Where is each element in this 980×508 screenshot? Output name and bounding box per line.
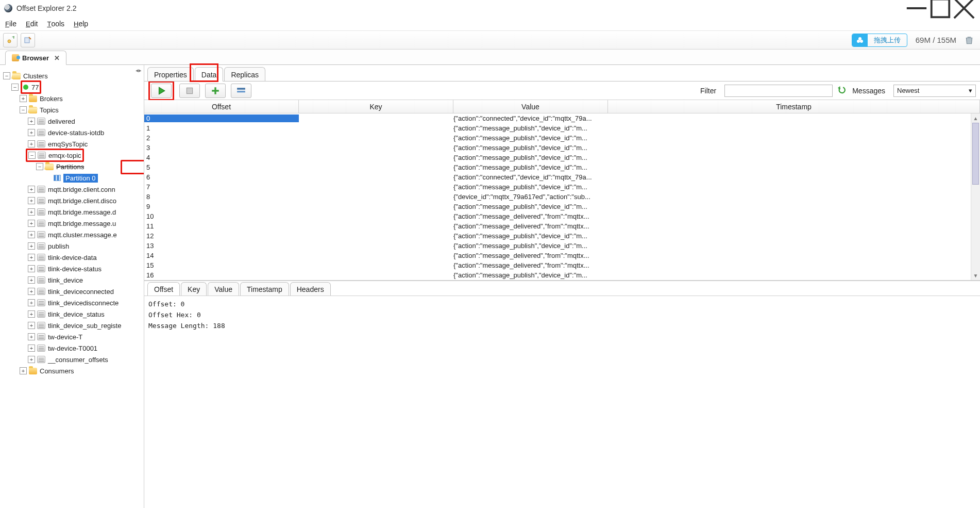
add-cluster-button[interactable]: +: [3, 33, 18, 47]
dtab-key[interactable]: Key: [181, 282, 207, 296]
tree-topic[interactable]: +mqtt.bridge.message.d: [28, 206, 143, 218]
col-offset[interactable]: Offset: [144, 100, 299, 113]
partition-icon: [54, 175, 61, 181]
tree-topic[interactable]: +emqSysTopic: [28, 138, 143, 150]
tree-topics[interactable]: −Topics: [20, 104, 143, 116]
table-row[interactable]: 0{"action":"connected","device_id":"mqtt…: [144, 113, 980, 123]
tree-topic[interactable]: +tlink-device-data: [28, 252, 143, 263]
filter-input[interactable]: [724, 85, 833, 97]
tree-topic[interactable]: +tlink_device_sub_registe: [28, 320, 143, 331]
detail-line: Offset: 0: [148, 299, 976, 310]
table-row[interactable]: 12{"action":"message_publish","device_id…: [144, 231, 980, 241]
run-button[interactable]: [151, 84, 172, 98]
filter-label: Filter: [700, 87, 716, 95]
dtab-headers[interactable]: Headers: [290, 282, 331, 296]
tree-topic[interactable]: +tw-device-T: [28, 331, 143, 342]
tree-consumers[interactable]: +Consumers: [20, 365, 143, 376]
table-row[interactable]: 10{"action":"message_delivered","from":"…: [144, 211, 980, 221]
chevron-down-icon: ▾: [969, 87, 972, 94]
upload-button[interactable]: 拖拽上传: [852, 34, 907, 47]
dtab-offset[interactable]: Offset: [147, 282, 180, 296]
table-row[interactable]: 13{"action":"message_publish","device_id…: [144, 241, 980, 251]
col-key[interactable]: Key: [299, 100, 453, 113]
tab-replicas[interactable]: Replicas: [224, 67, 265, 81]
maximize-button[interactable]: [928, 0, 952, 17]
scroll-thumb[interactable]: [972, 123, 979, 185]
table-row[interactable]: 4{"action":"message_publish","device_id"…: [144, 153, 980, 162]
tree-topic[interactable]: +__consumer_offsets: [28, 354, 143, 365]
svg-rect-13: [187, 88, 192, 93]
grid-body[interactable]: 0{"action":"connected","device_id":"mqtt…: [144, 113, 980, 281]
tab-browser[interactable]: Browser ✕: [5, 51, 66, 65]
detail-tabs: Offset Key Value Timestamp Headers: [144, 281, 980, 296]
detail-panel: Offset: 0 Offset Hex: 0 Message Length: …: [144, 296, 980, 508]
col-value[interactable]: Value: [453, 100, 608, 113]
tree-topic[interactable]: +tlink_deviceconnected: [28, 286, 143, 297]
svg-point-4: [8, 40, 11, 43]
tree-topic[interactable]: +device-status-iotdb: [28, 127, 143, 138]
panel-arrows-icon[interactable]: ◂▸: [136, 67, 142, 74]
table-row[interactable]: 5{"action":"message_publish","device_id"…: [144, 162, 980, 172]
tree-topic[interactable]: +tlink_devicedisconnecte: [28, 297, 143, 308]
table-row[interactable]: 9{"action":"message_publish","device_id"…: [144, 202, 980, 211]
tree-topic-emqx[interactable]: −emqx-topic: [28, 150, 143, 161]
table-row[interactable]: 3{"action":"message_publish","device_id"…: [144, 143, 980, 153]
status-dot-icon: [23, 85, 28, 90]
table-row[interactable]: 14{"action":"message_delivered","from":"…: [144, 251, 980, 260]
dtab-value[interactable]: Value: [208, 282, 239, 296]
tab-properties[interactable]: Properties: [147, 67, 194, 81]
svg-text:+: +: [12, 36, 14, 41]
table-row[interactable]: 15{"action":"message_delivered","from":"…: [144, 260, 980, 270]
col-timestamp[interactable]: Timestamp: [608, 100, 980, 113]
columns-button[interactable]: [231, 84, 251, 98]
table-row[interactable]: 1{"action":"message_publish","device_id"…: [144, 123, 980, 133]
minimize-button[interactable]: [905, 0, 928, 17]
table-row[interactable]: 7{"action":"message_publish","device_id"…: [144, 182, 980, 192]
table-row[interactable]: 2{"action":"message_publish","device_id"…: [144, 133, 980, 143]
close-button[interactable]: [952, 0, 976, 17]
dtab-timestamp[interactable]: Timestamp: [240, 282, 289, 296]
tree-panel: ◂▸ −Clusters −77 +Brokers −Topics +deliv…: [0, 65, 144, 508]
table-row[interactable]: 6{"action":"connected","device_id":"mqtt…: [144, 172, 980, 182]
tree-topic[interactable]: +delivered: [28, 116, 143, 127]
svg-rect-11: [968, 37, 971, 38]
tree-topic[interactable]: +mqtt.cluster.message.e: [28, 229, 143, 240]
tree-partitions[interactable]: −Partitions: [36, 161, 143, 172]
scroll-down-icon[interactable]: ▼: [971, 271, 980, 280]
detail-line: Offset Hex: 0: [148, 310, 976, 321]
tree-topic[interactable]: +mqtt.bridge.client.conn: [28, 184, 143, 195]
stop-button[interactable]: [179, 84, 200, 98]
menu-tools[interactable]: Tools: [47, 20, 64, 28]
tree-topic[interactable]: +tlink_device: [28, 274, 143, 286]
tree-topic[interactable]: +tw-device-T0001: [28, 342, 143, 354]
messages-select[interactable]: Newest▾: [893, 85, 976, 97]
tree-topic[interactable]: +publish: [28, 240, 143, 252]
menu-file[interactable]: FFileile: [5, 20, 16, 28]
tree-topic[interactable]: +mqtt.bridge.message.u: [28, 218, 143, 229]
tree-topic[interactable]: +tlink-device-status: [28, 263, 143, 274]
refresh-icon[interactable]: [838, 86, 847, 95]
add-button[interactable]: [205, 84, 226, 98]
scrollbar[interactable]: ▲ ▼: [971, 113, 980, 280]
table-row[interactable]: 8{"device_id":"mqttx_79a617ed","action":…: [144, 192, 980, 202]
menu-help[interactable]: Help: [74, 20, 88, 28]
edit-button[interactable]: [21, 33, 35, 47]
tree-cluster-77[interactable]: −77: [11, 81, 143, 93]
table-row[interactable]: 16{"action":"message_publish","device_id…: [144, 270, 980, 280]
tab-data[interactable]: Data: [195, 67, 224, 81]
memory-status: 69M / 155M: [911, 36, 960, 44]
window-title: Offset Explorer 2.2: [16, 4, 76, 12]
main-toolbar: + 拖拽上传 69M / 155M: [0, 31, 980, 50]
tree-clusters[interactable]: −Clusters: [3, 70, 143, 81]
menubar: FFileile Edit Tools Help: [0, 17, 980, 31]
tree-topic[interactable]: +tlink_device_status: [28, 308, 143, 320]
tree-brokers[interactable]: +Brokers: [20, 93, 143, 104]
table-row[interactable]: 11{"action":"message_delivered","from":"…: [144, 221, 980, 231]
tree-topic[interactable]: +mqtt.bridge.client.disco: [28, 195, 143, 206]
menu-edit[interactable]: Edit: [26, 20, 38, 28]
close-tab-icon[interactable]: ✕: [54, 54, 60, 62]
trash-icon[interactable]: [965, 36, 974, 45]
upload-label: 拖拽上传: [868, 36, 907, 45]
scroll-up-icon[interactable]: ▲: [971, 113, 980, 123]
data-actionbar: Filter Messages Newest▾: [144, 81, 980, 100]
